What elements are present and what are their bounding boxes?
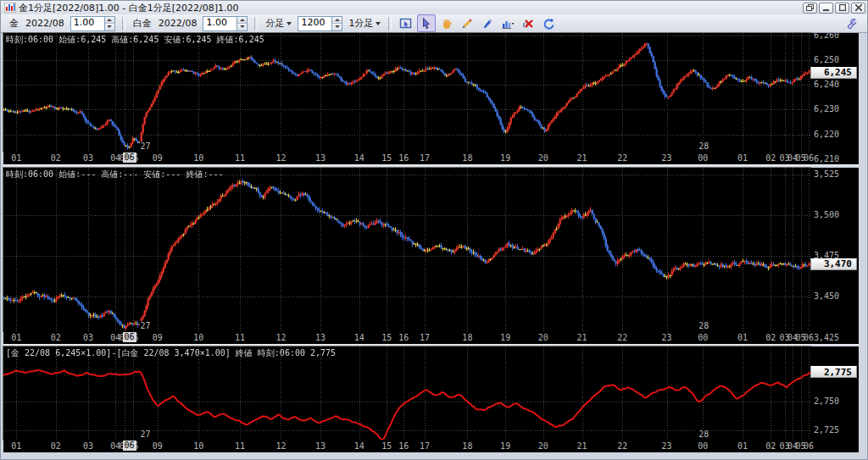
- x-axis-tick: 17: [417, 333, 432, 342]
- x-axis-tick: 21: [575, 333, 590, 342]
- spin-down-button[interactable]: [332, 24, 342, 30]
- gold-info-line: 時刻:06:00 始値:6,245 高値:6,245 安値:6,245 終値:6…: [6, 34, 264, 46]
- x-axis-tick: 06: [801, 441, 816, 451]
- x-axis-tick: 14: [352, 333, 367, 342]
- spread-info-line: [金 22/08 6,245×1.00]-[白金 22/08 3,470×1.0…: [6, 347, 336, 359]
- settings-wrench-icon[interactable]: [842, 14, 860, 32]
- clear-chart-tool-button[interactable]: [519, 14, 537, 32]
- toolbar: 金 2022/08 1.00 白金 2022/08 1.00 分足 1200 1…: [1, 14, 868, 33]
- platinum-candlestick-canvas[interactable]: [3, 168, 810, 331]
- chart-panel-gold: 時刻:06:00 始値:6,245 高値:6,245 安値:6,245 終値:6…: [3, 33, 810, 152]
- select-tool-button[interactable]: [417, 14, 436, 32]
- last-price-box: 2,775: [810, 366, 857, 378]
- x-axis-tick: 14: [352, 441, 367, 451]
- maximize-button[interactable]: [835, 3, 849, 14]
- highlighted-time-label: 06: [123, 152, 136, 163]
- spin-up-button[interactable]: [332, 17, 342, 25]
- x-axis-tick: 17: [417, 153, 432, 163]
- x-axis-tick: 03: [81, 333, 96, 342]
- spread-line-canvas[interactable]: [3, 346, 810, 440]
- x-axis-tick: 22: [615, 153, 630, 163]
- x-axis-tick: 12: [273, 441, 288, 451]
- platinum-multiplier-value[interactable]: 1.00: [203, 17, 236, 30]
- x-axis-tick: 22: [615, 333, 630, 342]
- x-axis-tick: 23: [659, 333, 675, 342]
- x-axis-tick: 01: [735, 441, 750, 451]
- x-axis-tick: 19: [498, 333, 513, 342]
- chart-panel-platinum: 時刻:06:00 始値:--- 高値:--- 安値:--- 終値:--- 272…: [3, 168, 810, 331]
- x-axis-tick: 16: [396, 153, 411, 163]
- x-axis-tick: 16: [396, 333, 411, 342]
- bar-count-value[interactable]: 1200: [298, 17, 331, 30]
- title-bar[interactable]: 金1分足[2022/08]1.00 - 白金1分足[2022/08]1.00: [1, 1, 868, 15]
- x-axis-tick: 19: [498, 153, 513, 163]
- x-axis-tick: 03: [81, 153, 96, 163]
- y-axis-tick: 2,750: [814, 396, 839, 406]
- x-axis-tick: 00: [695, 441, 710, 451]
- x-axis-tick: 09: [150, 333, 165, 342]
- x-axis-tick: 09: [150, 441, 165, 451]
- float-window-button[interactable]: [803, 3, 817, 14]
- date-marker: 28: [698, 321, 709, 330]
- toolbar-separator: [254, 17, 258, 30]
- refresh-tool-button[interactable]: [539, 14, 558, 32]
- y-axis-tick: 2,725: [814, 425, 839, 435]
- x-axis-tick: 02: [48, 153, 64, 163]
- gold-time-axis: 0102030405060910111213141516171819202122…: [3, 152, 810, 164]
- pen-tool-button[interactable]: [478, 14, 497, 32]
- spin-up-button[interactable]: [237, 17, 247, 25]
- minimize-button[interactable]: [819, 3, 833, 14]
- y-axis-tick: 6,250: [814, 55, 839, 64]
- x-axis-tick: 20: [536, 441, 551, 451]
- app-icon: [4, 3, 16, 13]
- x-axis-tick: 17: [417, 441, 432, 451]
- platinum-time-axis: 0102030405060910111213141516171819202122…: [3, 331, 810, 344]
- chevron-down-icon: [376, 22, 381, 25]
- x-axis-tick: 01: [735, 333, 750, 342]
- gold-multiplier-spinner[interactable]: 1.00: [70, 16, 115, 31]
- close-button[interactable]: [851, 3, 865, 14]
- spread-time-axis: 0102030405060910111213141516171819202122…: [3, 440, 810, 452]
- x-axis-tick: 01: [8, 333, 24, 342]
- pencil-tool-button[interactable]: [458, 14, 476, 32]
- x-axis-tick: 11: [232, 441, 248, 451]
- platinum-multiplier-spinner[interactable]: 1.00: [203, 16, 248, 31]
- interval-dropdown[interactable]: 1分足: [348, 17, 381, 30]
- x-axis-tick: 18: [459, 153, 475, 163]
- spin-down-button[interactable]: [105, 24, 114, 30]
- date-marker: 27: [140, 321, 152, 330]
- bar-type-dropdown[interactable]: 分足: [265, 17, 292, 30]
- spin-up-button[interactable]: [105, 17, 114, 25]
- gold-candlestick-canvas[interactable]: [3, 33, 810, 152]
- platinum-label: 白金: [133, 17, 152, 30]
- chart-panel-spread: [金 22/08 6,245×1.00]-[白金 22/08 3,470×1.0…: [3, 346, 810, 440]
- x-axis-tick: 13: [313, 153, 328, 163]
- date-marker: 28: [698, 430, 709, 439]
- date-marker: 27: [140, 141, 152, 151]
- x-axis-tick: 21: [575, 441, 590, 451]
- x-axis-tick: 15: [379, 441, 394, 451]
- x-axis-tick: 23: [659, 153, 675, 163]
- pan-hand-tool-button[interactable]: [437, 14, 456, 32]
- highlighted-time-label: 06: [123, 332, 136, 342]
- y-axis-tick: 6,230: [814, 104, 839, 114]
- x-axis-tick: 11: [232, 333, 248, 342]
- gold-multiplier-value[interactable]: 1.00: [71, 17, 104, 30]
- x-axis-tick: 00: [695, 153, 710, 163]
- last-price-box: 6,245: [810, 67, 857, 79]
- highlighted-time-label: 06: [123, 441, 136, 451]
- chart-style-menu-button[interactable]: [498, 14, 517, 32]
- bar-count-spinner[interactable]: 1200: [298, 16, 342, 31]
- y-axis-tick: 6,210: [814, 154, 839, 163]
- window-title: 金1分足[2022/08]1.00 - 白金1分足[2022/08]1.00: [19, 2, 239, 14]
- chevron-down-icon: [287, 22, 292, 25]
- x-axis-tick: 06: [801, 153, 816, 163]
- x-axis-tick: 15: [379, 153, 394, 163]
- x-axis-tick: 22: [615, 441, 630, 451]
- chart-pointer-tool-button[interactable]: [397, 14, 415, 32]
- platinum-price-axis: 3,5253,5003,4753,4503,4253,470: [810, 168, 859, 344]
- x-axis-tick: 20: [536, 153, 551, 163]
- y-axis-tick: 3,500: [814, 210, 839, 219]
- spin-down-button[interactable]: [237, 24, 247, 30]
- x-axis-tick: 09: [150, 153, 165, 163]
